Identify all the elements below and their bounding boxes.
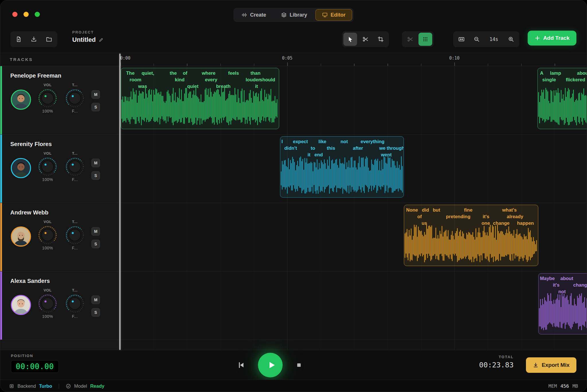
volume-label: VOL bbox=[38, 288, 57, 292]
ruler-time-label: 0:05 bbox=[282, 56, 292, 61]
volume-knob[interactable] bbox=[38, 294, 57, 313]
clip-orange-1[interactable]: Nonedidbutfinewhat'sofpretendingit'salre… bbox=[404, 205, 538, 266]
split-tool-button[interactable] bbox=[403, 33, 417, 46]
ruler-tick bbox=[154, 64, 154, 66]
edit-pencil-icon[interactable] bbox=[99, 37, 104, 42]
new-project-button[interactable] bbox=[12, 33, 26, 46]
track-avatar[interactable] bbox=[10, 157, 32, 179]
status-divider bbox=[59, 384, 59, 389]
playhead[interactable] bbox=[120, 54, 120, 350]
cursor-icon bbox=[347, 36, 353, 42]
tab-library[interactable]: Library bbox=[275, 9, 314, 21]
project-name[interactable]: Untitled bbox=[72, 36, 96, 44]
clip-word: about bbox=[560, 276, 573, 281]
fine-label: F... bbox=[65, 109, 84, 113]
position-display: 00:00.00 bbox=[11, 360, 59, 373]
mute-button[interactable]: M bbox=[91, 227, 100, 236]
row-divider bbox=[0, 203, 587, 203]
volume-value: 100% bbox=[38, 314, 57, 319]
tone-control: T... F... bbox=[65, 288, 84, 319]
tone-knob[interactable] bbox=[65, 226, 84, 245]
clip-word: None bbox=[406, 207, 418, 213]
crop-icon bbox=[377, 36, 384, 42]
clip-word: I bbox=[281, 139, 283, 144]
add-track-button[interactable]: Add Track bbox=[528, 31, 576, 46]
mute-button[interactable]: M bbox=[91, 90, 100, 99]
app-window: CreateLibraryEditor PROJECT Untitled bbox=[0, 0, 587, 392]
clip-word: Maybe bbox=[540, 276, 555, 281]
clip-word: we bbox=[379, 145, 386, 151]
play-button[interactable] bbox=[258, 353, 283, 377]
library-icon bbox=[281, 12, 287, 18]
select-tool-button[interactable] bbox=[343, 33, 357, 46]
volume-value: 100% bbox=[38, 177, 57, 182]
tone-knob[interactable] bbox=[65, 157, 84, 176]
memory-unit: MB bbox=[572, 383, 578, 389]
timeline-lanes[interactable]: Thequiet,roomwastheofkindquietwhereevery… bbox=[120, 66, 587, 350]
clip-word: of bbox=[417, 214, 422, 219]
clip-word: didn't bbox=[284, 145, 297, 151]
close-window-button[interactable] bbox=[12, 12, 17, 17]
clip-word: this bbox=[327, 145, 335, 151]
clip-green-2[interactable]: Alampaboutsingleflickered bbox=[537, 68, 587, 129]
ruler-tick bbox=[321, 64, 321, 66]
track-avatar[interactable] bbox=[10, 294, 32, 316]
mute-button[interactable]: M bbox=[91, 159, 100, 167]
clip-cyan-1[interactable]: Iexpectlikenoteverythingdidn'ttothisafte… bbox=[280, 136, 404, 198]
scissors-icon bbox=[362, 36, 369, 42]
tab-label: Editor bbox=[331, 12, 346, 18]
zoom-fit-button[interactable] bbox=[455, 33, 468, 46]
clip-word: where bbox=[202, 70, 216, 76]
clip-word: it's bbox=[483, 214, 489, 219]
track-color-strip bbox=[0, 271, 2, 340]
tone-knob[interactable] bbox=[65, 294, 84, 313]
main-area: Penelope Freeman VOL 100% T... F... bbox=[0, 66, 587, 350]
ruler-tick bbox=[521, 64, 522, 66]
trim-tool-button[interactable] bbox=[374, 33, 388, 46]
solo-button[interactable]: S bbox=[91, 171, 100, 180]
volume-knob[interactable] bbox=[38, 226, 57, 245]
clip-word: did bbox=[422, 207, 429, 213]
clip-green-1[interactable]: Thequiet,roomwastheofkindquietwhereevery… bbox=[121, 68, 279, 129]
clip-word: kind bbox=[175, 77, 185, 82]
cut-tool-button[interactable] bbox=[359, 33, 372, 46]
save-project-button[interactable] bbox=[27, 33, 41, 46]
track-avatar[interactable] bbox=[10, 89, 32, 110]
zoom-in-button[interactable] bbox=[504, 33, 518, 46]
clip-word: already bbox=[507, 214, 523, 219]
zoom-out-button[interactable] bbox=[470, 33, 484, 46]
skip-to-start-button[interactable] bbox=[237, 361, 245, 369]
snap-grid-toggle[interactable] bbox=[418, 33, 432, 46]
solo-button[interactable]: S bbox=[91, 308, 100, 317]
volume-knob[interactable] bbox=[38, 157, 57, 176]
volume-label: VOL bbox=[38, 220, 57, 224]
tone-knob[interactable] bbox=[65, 89, 84, 108]
row-divider bbox=[0, 271, 587, 271]
backend-chip-icon bbox=[9, 383, 14, 389]
fit-width-icon bbox=[458, 36, 465, 42]
ruler-tick bbox=[354, 64, 355, 66]
solo-button[interactable]: S bbox=[91, 240, 100, 248]
volume-control: VOL 100% bbox=[38, 151, 57, 182]
ruler-tick bbox=[421, 64, 422, 66]
waveform bbox=[121, 88, 279, 128]
tab-create[interactable]: Create bbox=[235, 9, 273, 21]
tab-label: Create bbox=[250, 12, 266, 18]
track-avatar[interactable] bbox=[10, 226, 32, 247]
model-status: Ready bbox=[90, 383, 105, 389]
minimize-window-button[interactable] bbox=[24, 12, 29, 17]
export-mix-button[interactable]: Export Mix bbox=[526, 357, 576, 373]
mute-button[interactable]: M bbox=[91, 296, 100, 304]
clip-purple-1[interactable]: Maybeaboutit'schangenot bbox=[538, 273, 587, 334]
open-project-button[interactable] bbox=[42, 33, 56, 46]
zoom-window-button[interactable] bbox=[35, 12, 40, 17]
track-row: Alexa Sanders VOL 100% T... F... bbox=[0, 271, 120, 340]
stop-button[interactable] bbox=[296, 362, 302, 368]
volume-control: VOL 100% bbox=[38, 288, 57, 319]
volume-knob[interactable] bbox=[38, 89, 57, 108]
track-color-strip bbox=[0, 135, 2, 203]
tab-editor[interactable]: Editor bbox=[316, 9, 352, 21]
solo-button[interactable]: S bbox=[91, 103, 100, 111]
row-divider bbox=[0, 134, 587, 135]
timeline-ruler[interactable]: 0:000:050:10 bbox=[120, 53, 587, 66]
